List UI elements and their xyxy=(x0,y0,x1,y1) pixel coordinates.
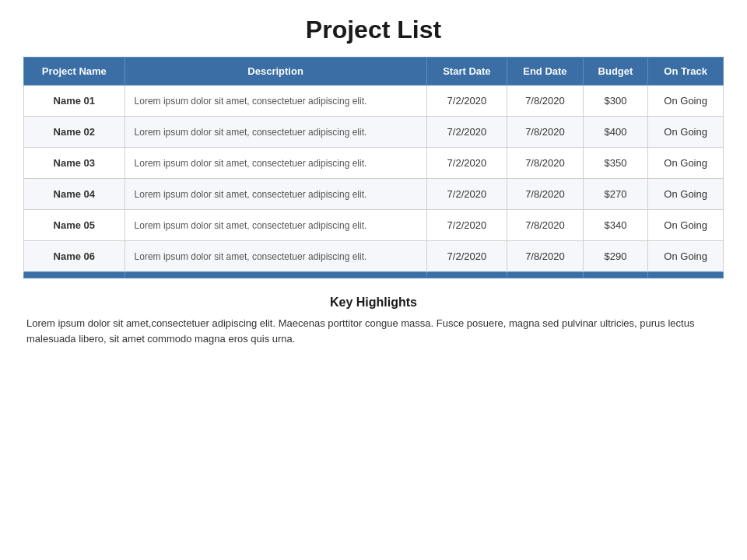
footer-cell-5 xyxy=(583,272,648,278)
cell-description: Lorem ipsum dolor sit amet, consectetuer… xyxy=(124,117,426,148)
footer-cell-1 xyxy=(24,272,125,278)
cell-start-date: 7/2/2020 xyxy=(426,210,507,241)
page-container: Project List Project Name Description St… xyxy=(0,0,747,560)
cell-budget: $400 xyxy=(583,117,648,148)
cell-status: On Going xyxy=(648,179,724,210)
cell-end-date: 7/8/2020 xyxy=(507,86,583,117)
cell-description: Lorem ipsum dolor sit amet, consectetuer… xyxy=(124,179,426,210)
cell-end-date: 7/8/2020 xyxy=(507,210,583,241)
table-footer-row xyxy=(24,272,724,278)
header-start-date: Start Date xyxy=(426,58,507,86)
footer-cell-2 xyxy=(124,272,426,278)
header-end-date: End Date xyxy=(507,58,583,86)
table-row: Name 04Lorem ipsum dolor sit amet, conse… xyxy=(24,179,724,210)
cell-end-date: 7/8/2020 xyxy=(507,179,583,210)
footer-cell-3 xyxy=(426,272,507,278)
cell-budget: $340 xyxy=(583,210,648,241)
header-on-track: On Track xyxy=(648,58,724,86)
cell-start-date: 7/2/2020 xyxy=(426,179,507,210)
cell-description: Lorem ipsum dolor sit amet, consectetuer… xyxy=(124,148,426,179)
cell-end-date: 7/8/2020 xyxy=(507,117,583,148)
key-highlights-title: Key Highlights xyxy=(26,296,721,310)
table-row: Name 03Lorem ipsum dolor sit amet, conse… xyxy=(24,148,724,179)
table-header-row: Project Name Description Start Date End … xyxy=(24,58,724,86)
cell-status: On Going xyxy=(648,241,724,272)
key-highlights-section: Key Highlights Lorem ipsum dolor sit ame… xyxy=(23,296,724,346)
footer-cell-4 xyxy=(507,272,583,278)
cell-start-date: 7/2/2020 xyxy=(426,86,507,117)
cell-project-name: Name 02 xyxy=(24,117,125,148)
cell-start-date: 7/2/2020 xyxy=(426,117,507,148)
footer-cell-6 xyxy=(648,272,724,278)
cell-status: On Going xyxy=(648,86,724,117)
table-row: Name 01Lorem ipsum dolor sit amet, conse… xyxy=(24,86,724,117)
cell-status: On Going xyxy=(648,117,724,148)
cell-description: Lorem ipsum dolor sit amet, consectetuer… xyxy=(124,241,426,272)
key-highlights-text: Lorem ipsum dolor sit amet,consectetuer … xyxy=(26,316,721,346)
cell-budget: $290 xyxy=(583,241,648,272)
cell-budget: $270 xyxy=(583,179,648,210)
header-project-name: Project Name xyxy=(24,58,125,86)
cell-project-name: Name 05 xyxy=(24,210,125,241)
cell-project-name: Name 03 xyxy=(24,148,125,179)
header-budget: Budget xyxy=(583,58,648,86)
cell-status: On Going xyxy=(648,210,724,241)
cell-project-name: Name 01 xyxy=(24,86,125,117)
cell-description: Lorem ipsum dolor sit amet, consectetuer… xyxy=(124,210,426,241)
cell-start-date: 7/2/2020 xyxy=(426,241,507,272)
cell-project-name: Name 06 xyxy=(24,241,125,272)
table-row: Name 02Lorem ipsum dolor sit amet, conse… xyxy=(24,117,724,148)
cell-status: On Going xyxy=(648,148,724,179)
cell-budget: $300 xyxy=(583,86,648,117)
cell-end-date: 7/8/2020 xyxy=(507,148,583,179)
table-row: Name 06Lorem ipsum dolor sit amet, conse… xyxy=(24,241,724,272)
cell-start-date: 7/2/2020 xyxy=(426,148,507,179)
cell-project-name: Name 04 xyxy=(24,179,125,210)
header-description: Description xyxy=(124,58,426,86)
page-title: Project List xyxy=(23,16,724,44)
cell-budget: $350 xyxy=(583,148,648,179)
cell-end-date: 7/8/2020 xyxy=(507,241,583,272)
cell-description: Lorem ipsum dolor sit amet, consectetuer… xyxy=(124,86,426,117)
table-row: Name 05Lorem ipsum dolor sit amet, conse… xyxy=(24,210,724,241)
project-table: Project Name Description Start Date End … xyxy=(23,57,724,278)
